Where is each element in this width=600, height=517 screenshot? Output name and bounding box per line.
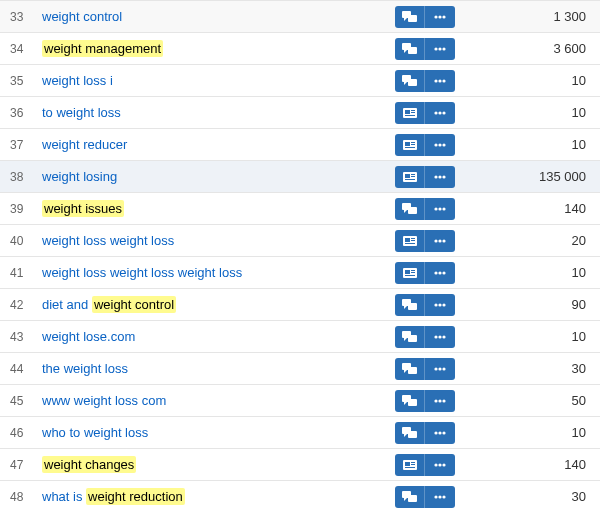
keyword-link[interactable]: weight lose.com — [42, 329, 135, 344]
keyword-cell: weight loss weight loss weight loss — [36, 265, 395, 280]
keyword-link[interactable]: diet and weight control — [42, 296, 176, 313]
chat-icon[interactable] — [395, 390, 425, 412]
volume-value: 50 — [470, 393, 600, 408]
svg-rect-65 — [408, 303, 417, 310]
volume-value: 10 — [470, 329, 600, 344]
row-number: 41 — [0, 266, 36, 280]
keyword-link[interactable]: what is weight reduction — [42, 488, 185, 505]
keyword-link[interactable]: weight control — [42, 9, 122, 24]
keyword-cell: weight management — [36, 41, 395, 56]
row-number: 39 — [0, 202, 36, 216]
more-icon[interactable] — [425, 166, 455, 188]
table-row: 42diet and weight control90 — [0, 288, 600, 320]
keyword-link[interactable]: to weight loss — [42, 105, 121, 120]
more-icon[interactable] — [425, 102, 455, 124]
chat-icon[interactable] — [395, 198, 425, 220]
keyword-link[interactable]: weight issues — [42, 200, 124, 217]
svg-rect-20 — [411, 110, 415, 111]
svg-point-33 — [442, 143, 445, 146]
more-icon[interactable] — [425, 230, 455, 252]
action-buttons — [395, 486, 470, 508]
more-icon[interactable] — [425, 70, 455, 92]
chat-icon[interactable] — [395, 358, 425, 380]
table-row: 39weight issues140 — [0, 192, 600, 224]
more-icon[interactable] — [425, 454, 455, 476]
svg-rect-103 — [408, 495, 417, 502]
keyword-link[interactable]: who to weight loss — [42, 425, 148, 440]
more-icon[interactable] — [425, 294, 455, 316]
chat-icon[interactable] — [395, 6, 425, 28]
more-icon[interactable] — [425, 134, 455, 156]
svg-marker-104 — [404, 498, 407, 501]
keyword-link[interactable]: weight loss weight loss weight loss — [42, 265, 242, 280]
svg-point-73 — [434, 335, 437, 338]
svg-rect-52 — [405, 243, 415, 244]
card-icon[interactable] — [395, 102, 425, 124]
volume-value: 3 600 — [470, 41, 600, 56]
card-icon[interactable] — [395, 134, 425, 156]
more-icon[interactable] — [425, 358, 455, 380]
keyword-link[interactable]: www weight loss com — [42, 393, 166, 408]
action-buttons — [395, 262, 470, 284]
action-buttons — [395, 102, 470, 124]
svg-rect-83 — [408, 399, 417, 406]
card-icon[interactable] — [395, 166, 425, 188]
svg-point-81 — [442, 367, 445, 370]
volume-value: 30 — [470, 361, 600, 376]
card-icon[interactable] — [395, 454, 425, 476]
svg-rect-59 — [411, 272, 415, 273]
chat-icon[interactable] — [395, 422, 425, 444]
svg-point-92 — [438, 431, 441, 434]
row-number: 40 — [0, 234, 36, 248]
more-icon[interactable] — [425, 422, 455, 444]
keyword-link[interactable]: weight loss i — [42, 73, 113, 88]
svg-point-86 — [438, 399, 441, 402]
chat-icon[interactable] — [395, 486, 425, 508]
chat-icon[interactable] — [395, 294, 425, 316]
more-icon[interactable] — [425, 38, 455, 60]
table-row: 41weight loss weight loss weight loss10 — [0, 256, 600, 288]
highlight: weight reduction — [86, 488, 185, 505]
table-row: 35weight loss i10 — [0, 64, 600, 96]
svg-point-46 — [438, 207, 441, 210]
more-icon[interactable] — [425, 262, 455, 284]
chat-icon[interactable] — [395, 70, 425, 92]
keyword-link[interactable]: weight loss weight loss — [42, 233, 174, 248]
keyword-cell: weight reducer — [36, 137, 395, 152]
keyword-link[interactable]: weight losing — [42, 169, 117, 184]
more-icon[interactable] — [425, 6, 455, 28]
volume-value: 90 — [470, 297, 600, 312]
row-number: 43 — [0, 330, 36, 344]
table-row: 38weight losing135 000 — [0, 160, 600, 192]
highlight: weight control — [92, 296, 176, 313]
more-icon[interactable] — [425, 486, 455, 508]
keyword-link[interactable]: weight changes — [42, 456, 136, 473]
volume-value: 10 — [470, 73, 600, 88]
keyword-link[interactable]: weight management — [42, 40, 163, 57]
keyword-link[interactable]: weight reducer — [42, 137, 127, 152]
volume-value: 135 000 — [470, 169, 600, 184]
svg-point-74 — [438, 335, 441, 338]
chat-icon[interactable] — [395, 38, 425, 60]
action-buttons — [395, 134, 470, 156]
svg-point-101 — [442, 463, 445, 466]
action-buttons — [395, 294, 470, 316]
svg-point-75 — [442, 335, 445, 338]
chat-icon[interactable] — [395, 326, 425, 348]
more-icon[interactable] — [425, 390, 455, 412]
svg-point-3 — [434, 15, 437, 18]
card-icon[interactable] — [395, 230, 425, 252]
svg-point-4 — [438, 15, 441, 18]
more-icon[interactable] — [425, 326, 455, 348]
keyword-link[interactable]: the weight loss — [42, 361, 128, 376]
svg-point-41 — [442, 175, 445, 178]
table-row: 33weight control1 300 — [0, 0, 600, 32]
row-number: 38 — [0, 170, 36, 184]
svg-point-5 — [442, 15, 445, 18]
highlight: weight changes — [42, 456, 136, 473]
volume-value: 20 — [470, 233, 600, 248]
more-icon[interactable] — [425, 198, 455, 220]
svg-marker-66 — [404, 306, 407, 309]
card-icon[interactable] — [395, 262, 425, 284]
action-buttons — [395, 422, 470, 444]
